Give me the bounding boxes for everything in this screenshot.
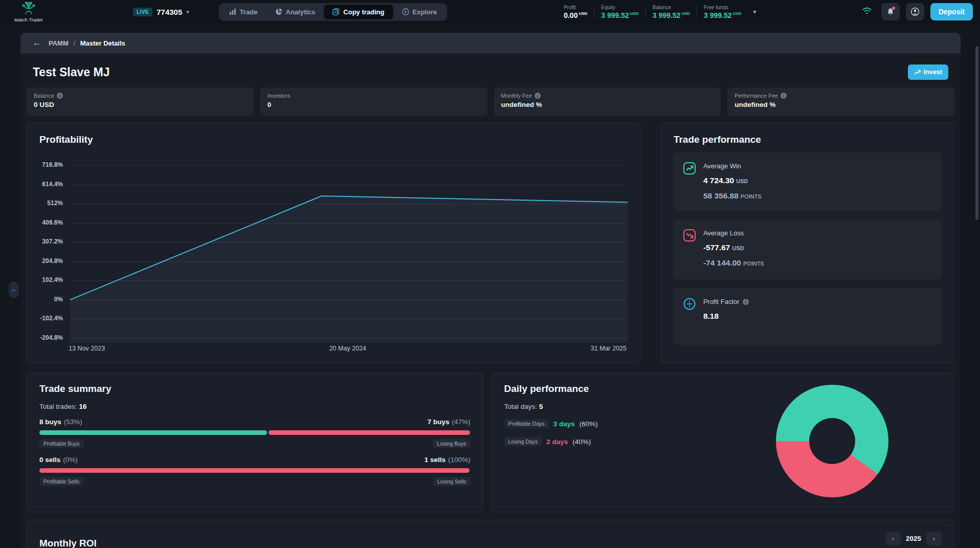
losing-buys-tag: Losing Buys — [433, 439, 470, 448]
account-selector[interactable]: LIVE 774305 ▾ — [133, 8, 189, 16]
metric-value: 3 999.52USD — [704, 11, 741, 19]
side-panel-toggle[interactable]: ‹› — [9, 281, 19, 298]
y-axis-tick-label: 204.8% — [27, 257, 63, 265]
next-year-button[interactable]: › — [926, 532, 942, 545]
stats-row: Balancei 0 USD Investors 0 Monthly Feei … — [27, 87, 954, 116]
trend-down-icon — [683, 229, 696, 271]
daily-performance-card: Daily performance Total days:5 Profitabl… — [492, 372, 954, 512]
stat-monthly-fee: Monthly Feei undefined % — [494, 87, 721, 116]
profitable-buys-tag: Profitable Buys — [39, 439, 84, 448]
average-win-points: 58 356.88POINTS — [703, 191, 762, 201]
live-badge: LIVE — [133, 8, 152, 16]
buys-bar — [39, 430, 471, 435]
y-axis-tick-label: 307.2% — [27, 238, 63, 245]
tab-label: Analytics — [286, 8, 316, 16]
previous-year-button[interactable]: ‹ — [885, 532, 901, 545]
average-win-card: Average Win 4 724.30USD 58 356.88POINTS — [674, 152, 942, 211]
main-panel: ← PAMM / Master Details Test Slave MJ In… — [20, 33, 961, 548]
info-icon[interactable]: i — [743, 299, 749, 305]
metric-label: Equity — [601, 5, 638, 10]
trade-performance-card: Trade performance Average Win 4 724.30US… — [661, 122, 954, 364]
currency-suffix: USD — [630, 11, 639, 16]
tab-explore[interactable]: Explore — [393, 5, 446, 19]
sells-row: 0 sells(0%) 1 sells(100%) Profitable Sel… — [39, 456, 471, 486]
y-axis-tick-label: 102.4% — [27, 276, 63, 283]
summary-row: Trade summary Total trades:16 8 buys(53%… — [27, 372, 954, 512]
sells-bar — [39, 468, 471, 473]
tab-label: Trade — [240, 8, 258, 16]
average-loss-usd: -577.67USD — [703, 243, 764, 252]
currency-suffix: USD — [733, 11, 742, 16]
metric-label: Balance — [653, 5, 690, 10]
metric-value: 0.00USD — [564, 11, 587, 19]
unit: POINTS — [741, 193, 762, 200]
divide-icon — [683, 297, 696, 337]
year-label: 2025 — [906, 535, 921, 542]
y-axis-tick-label: 0% — [27, 296, 63, 303]
account-id: 774305 — [157, 8, 182, 16]
average-win-usd: 4 724.30USD — [703, 176, 762, 185]
metric-value: 3 999.52USD — [601, 11, 638, 19]
trade-summary-title: Trade summary — [39, 383, 471, 394]
losing-buys-count: 7 buys(47%) — [428, 418, 471, 426]
invest-label: Invest — [924, 69, 942, 76]
top-bar: Match·Trader LIVE 774305 ▾ Trade Analyti… — [0, 0, 980, 24]
unit: USD — [732, 245, 744, 251]
profitable-buys-count: 8 buys(53%) — [39, 418, 82, 426]
monthly-roi-title: Monthly ROI — [39, 538, 97, 548]
y-axis-tick-label: 614.4% — [27, 181, 63, 188]
currency-suffix: USD — [578, 11, 587, 16]
compass-icon — [402, 8, 409, 15]
sells-labels: 0 sells(0%) 1 sells(100%) — [39, 456, 471, 464]
buys-labels: 8 buys(53%) 7 buys(47%) — [39, 418, 471, 426]
year-picker: ‹ 2025 › — [885, 532, 942, 545]
trade-performance-title: Trade performance — [674, 134, 942, 145]
stat-investors: Investors 0 — [260, 87, 487, 116]
metrics-expand-chevron-icon[interactable]: ▾ — [753, 8, 756, 15]
monthly-roi-header: Monthly ROI ‹ 2025 › — [39, 531, 942, 548]
connection-status-icon — [862, 7, 872, 17]
stat-label: Investors — [268, 93, 480, 99]
match-trader-logo-icon — [21, 2, 36, 17]
average-win-label: Average Win — [703, 161, 762, 170]
info-icon[interactable]: i — [781, 93, 787, 99]
metric-profit: Profit 0.00USD — [564, 5, 594, 19]
back-arrow-icon[interactable]: ← — [33, 38, 41, 48]
deposit-button[interactable]: Deposit — [930, 3, 973, 20]
y-axis-tick-label: 512% — [27, 200, 63, 207]
page-title: Test Slave MJ — [33, 65, 109, 79]
stat-value: 0 USD — [34, 101, 247, 108]
metric-balance: Balance 3 999.52USD — [646, 5, 697, 19]
unit: USD — [736, 178, 748, 184]
info-icon[interactable]: i — [534, 93, 541, 99]
breadcrumb-section[interactable]: PAMM — [49, 39, 69, 47]
tab-trade[interactable]: Trade — [220, 5, 266, 19]
losing-days-tag: Losing Days — [504, 437, 542, 446]
tab-copy-trading[interactable]: Copy trading — [324, 5, 393, 19]
profile-button[interactable] — [906, 3, 924, 20]
buys-tags: Profitable Buys Losing Buys — [39, 439, 471, 448]
tab-analytics[interactable]: Analytics — [266, 5, 324, 19]
average-loss-points: -74 144.00POINTS — [703, 258, 764, 268]
profitability-card: Profitability 716.8%614.4%512%409.6%307.… — [27, 122, 640, 364]
y-axis-tick-label: -204.8% — [27, 334, 63, 341]
brand-logo[interactable]: Match·Trader — [10, 2, 47, 23]
metric-label: Free funds — [704, 5, 741, 10]
metric-value: 3 999.52USD — [653, 11, 690, 19]
trend-up-icon — [683, 162, 696, 203]
stat-label: Balancei — [34, 93, 247, 99]
metric-label: Profit — [564, 5, 587, 10]
metric-free-funds: Free funds 3 999.52USD — [697, 5, 748, 19]
trend-up-arrow-icon — [914, 70, 921, 75]
info-icon[interactable]: i — [57, 93, 63, 99]
notifications-button[interactable] — [881, 3, 900, 20]
account-metrics: Profit 0.00USD Equity 3 999.52USD Balanc… — [564, 5, 756, 19]
average-win-content: Average Win 4 724.30USD 58 356.88POINTS — [703, 161, 762, 203]
daily-performance-title: Daily performance — [504, 383, 942, 394]
vertical-scrollbar[interactable] — [975, 46, 978, 220]
losing-days-pct: (40%) — [572, 438, 591, 446]
invest-button[interactable]: Invest — [908, 64, 948, 80]
page-content: Test Slave MJ Invest Balancei 0 USD Inve… — [20, 64, 961, 548]
user-icon — [910, 7, 920, 16]
profit-factor-card: Profit Factori 8.18 — [674, 288, 942, 345]
